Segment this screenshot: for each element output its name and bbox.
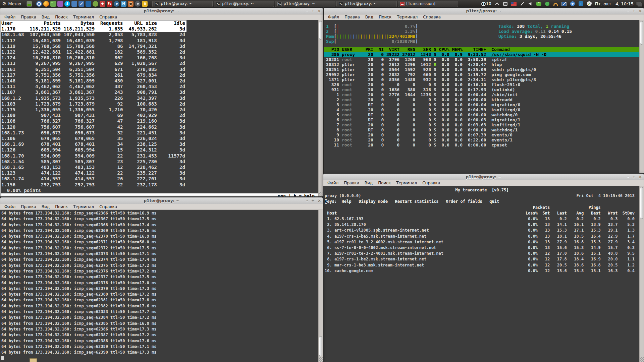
shield-check-icon[interactable]: ✓ <box>587 1 592 6</box>
tasks-line: Tasks: 108 total, 1 running <box>498 24 572 29</box>
menu-item-Поиск[interactable]: Поиск <box>375 181 393 185</box>
tablet-pen-icon[interactable] <box>520 1 525 6</box>
menu-item-Вид[interactable]: Вид <box>39 204 52 209</box>
menu-item-Правка[interactable]: Правка <box>18 204 39 209</box>
audio-launcher[interactable] <box>128 1 133 7</box>
menu-item-Справка[interactable]: Справка <box>97 204 120 209</box>
workspace-switcher[interactable] <box>637 2 642 6</box>
close-button[interactable]: × <box>639 175 642 179</box>
menu-item-Правка[interactable]: Правка <box>342 15 363 19</box>
scrollbar-thumb[interactable] <box>319 21 322 40</box>
menu-item-Правка[interactable]: Правка <box>341 181 362 185</box>
scrollbar[interactable] <box>318 20 323 196</box>
menu-button[interactable]: ⚙ Меню <box>0 0 24 7</box>
resize-grip[interactable] <box>318 192 323 196</box>
settings-launcher[interactable] <box>71 1 77 7</box>
text-span: Loss% Snt Last Avg Best Wrst StDev <box>523 210 635 216</box>
chat-bubble-icon[interactable]: '' <box>536 1 542 6</box>
menu-item-Вид[interactable]: Вид <box>363 15 376 19</box>
package-launcher[interactable] <box>100 1 105 7</box>
file-manager-launcher[interactable] <box>50 1 56 7</box>
menu-item-Терминал[interactable]: Терминал <box>393 181 420 185</box>
text-span: cpuset <box>491 142 507 147</box>
firefox-launcher[interactable] <box>43 1 49 7</box>
scrollbar[interactable] <box>639 186 644 362</box>
collapse-chevron-icon[interactable] <box>494 1 500 6</box>
messenger-launcher[interactable] <box>57 1 63 7</box>
headphones-icon[interactable] <box>553 1 558 6</box>
scrollbar-thumb[interactable] <box>640 21 643 45</box>
taskbar-button[interactable]: [Transmission] <box>398 1 458 7</box>
menu-item-Терминал[interactable]: Терминал <box>394 15 420 19</box>
menu-item-Поиск[interactable]: Поиск <box>52 15 70 19</box>
teamviewer-launcher[interactable] <box>86 1 91 7</box>
text-span: 20 0 2612 1296 1012 <box>365 62 434 67</box>
verified-icon[interactable]: ✓ <box>578 1 584 6</box>
search-launcher[interactable] <box>36 1 42 7</box>
presence-icon[interactable] <box>545 1 550 6</box>
keyboard-layout-flag-icon[interactable] <box>511 1 517 6</box>
menu-item-Правка[interactable]: Правка <box>18 15 39 19</box>
editor-launcher[interactable] <box>78 1 84 7</box>
postgresql-launcher[interactable] <box>114 1 119 7</box>
text-span: 7 <box>326 122 342 127</box>
process-row: 30251 p1ter 20 0 8564 1592 928 S 0.0 0.0… <box>324 67 639 72</box>
taskbar-button[interactable]: p1ter@proxy: ~ <box>152 1 213 7</box>
taskbar-button[interactable]: p1ter@proxy: ~ <box>214 1 274 7</box>
minimize-button[interactable]: – <box>627 9 629 13</box>
menu-item-Поиск[interactable]: Поиск <box>52 204 70 209</box>
scrollbar-thumb[interactable] <box>640 187 643 219</box>
titlebar[interactable]: p1ter@proxy: ~ – + × <box>323 174 644 180</box>
titlebar[interactable]: p1ter@proxy: ~ – + × <box>0 197 323 204</box>
chromium-icon[interactable] <box>570 1 575 6</box>
lamp-launcher[interactable] <box>142 1 148 7</box>
maximize-button[interactable]: + <box>311 9 315 13</box>
resize-grip[interactable] <box>318 357 323 362</box>
menu-item-Вид[interactable]: Вид <box>362 181 375 185</box>
text-span: 0.0 0.0 0:04.59 <box>436 107 491 112</box>
menu-item-Терминал[interactable]: Терминал <box>70 15 97 19</box>
close-button[interactable]: × <box>318 9 321 13</box>
minimize-button[interactable]: – <box>627 175 629 179</box>
remote-display-icon[interactable] <box>561 1 567 6</box>
scrollbar-thumb[interactable] <box>319 336 322 356</box>
clock[interactable]: Пт. окт. 4, 10:15 <box>595 1 634 6</box>
steam-launcher[interactable] <box>135 1 141 7</box>
menu-item-Файл[interactable]: Файл <box>2 15 18 19</box>
volume-icon[interactable] <box>528 1 533 6</box>
sqtop-row: 1.108 786,327 786,327 47 219,160 3d <box>1 118 318 124</box>
filezilla-launcher[interactable]: Fz <box>107 1 112 7</box>
mtr-hop-row: 3. art-cr01-vl2005.spb.stream-internet.n… <box>325 228 639 233</box>
taskbar-button[interactable]: p1ter@proxy: ~ <box>336 1 397 7</box>
screenshot-icon[interactable] <box>503 1 508 6</box>
scrollbar[interactable] <box>639 20 644 173</box>
linuxmint-launcher[interactable] <box>93 1 98 7</box>
menu-item-Файл[interactable]: Файл <box>2 204 18 209</box>
scrollbar[interactable] <box>318 210 323 362</box>
maximize-button[interactable]: + <box>311 198 315 203</box>
menu-item-Справка[interactable]: Справка <box>97 15 120 19</box>
skype-launcher[interactable]: S <box>64 1 70 7</box>
sqtop-row: 1.106 679,065 679,065 35 226,024 3d <box>1 136 318 141</box>
menu-item-Справка[interactable]: Справка <box>420 181 443 185</box>
minimize-button[interactable]: – <box>306 9 308 13</box>
menu-item-Файл[interactable]: Файл <box>325 15 342 19</box>
taskbar-button[interactable]: p1ter@proxy: ~ <box>275 1 335 7</box>
menu-item-Файл[interactable]: Файл <box>325 181 341 185</box>
maximize-button[interactable]: + <box>632 9 636 13</box>
menu-item-Справка[interactable]: Справка <box>420 15 443 19</box>
network-monitor-launcher[interactable]: M <box>121 1 126 7</box>
terminal-icon <box>155 2 159 6</box>
menu-item-Вид[interactable]: Вид <box>39 15 52 19</box>
minimize-button[interactable]: – <box>306 198 308 203</box>
close-button[interactable]: × <box>318 198 321 203</box>
notification-badge[interactable]: ! 10 <box>481 1 491 6</box>
titlebar[interactable]: p1ter@proxy: ~ – + × <box>0 8 323 14</box>
resize-grip[interactable] <box>639 357 644 362</box>
menu-item-Терминал[interactable]: Терминал <box>70 204 97 209</box>
close-button[interactable]: × <box>639 9 642 13</box>
menu-item-Поиск[interactable]: Поиск <box>376 15 394 19</box>
titlebar[interactable]: p1ter@proxy: ~ – + × <box>324 8 644 14</box>
show-desktop-button[interactable] <box>26 1 32 7</box>
maximize-button[interactable]: + <box>632 175 636 179</box>
